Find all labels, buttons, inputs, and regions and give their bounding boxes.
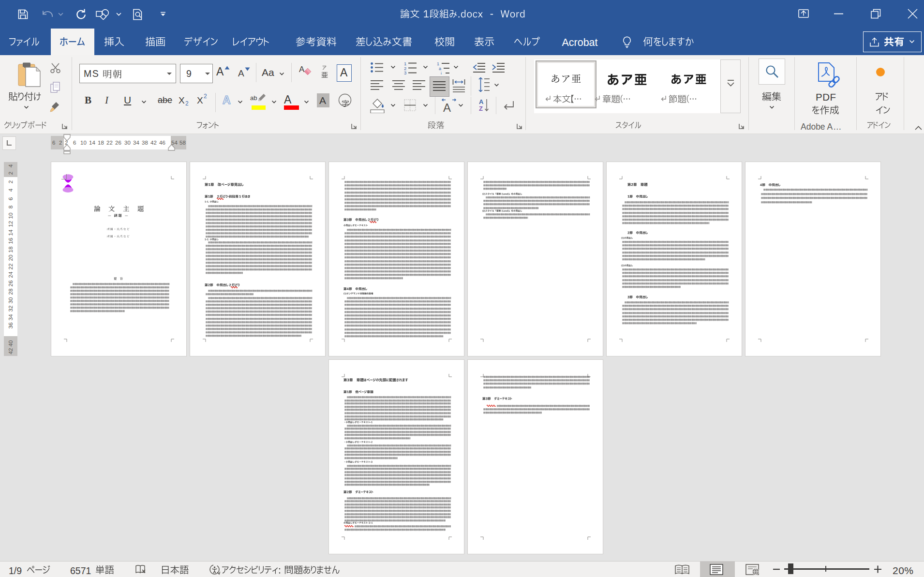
svg-text:A: A <box>223 94 231 106</box>
svg-text:ab: ab <box>250 94 257 102</box>
svg-text:A: A <box>443 101 451 113</box>
svg-text:Z: Z <box>479 105 483 112</box>
svg-text:1: 1 <box>437 61 439 66</box>
svg-text:i: i <box>441 71 442 75</box>
svg-text:3: 3 <box>404 70 406 74</box>
svg-text:a: a <box>439 66 441 71</box>
svg-text:A: A <box>479 98 484 105</box>
svg-text:A: A <box>299 65 305 74</box>
